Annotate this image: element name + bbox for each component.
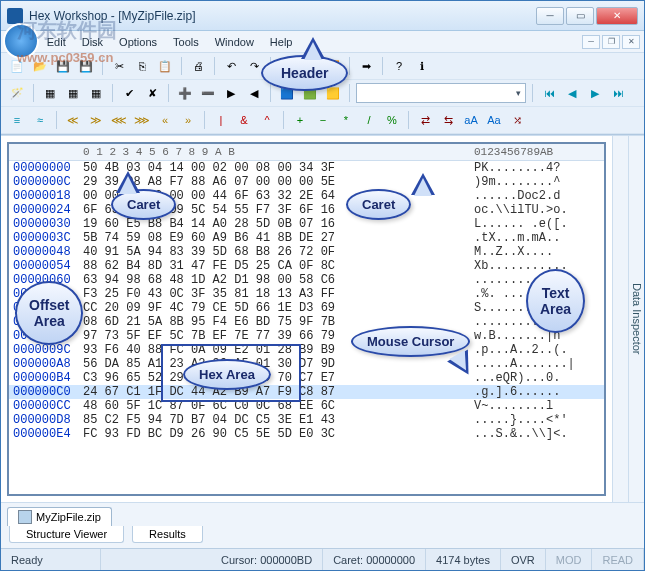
hex-row[interactable]: 000000A856 DA 85 A1 23 A2 96 A5 01 30 D7… xyxy=(9,357,604,371)
hex-row[interactable]: 0000009C93 F6 40 88 FC 0A 09 E2 01 28 B9… xyxy=(9,343,604,357)
hex-cell[interactable]: 56 DA 85 A1 23 A2 96 A5 01 30 D7 9D xyxy=(83,357,474,371)
hex-body[interactable]: 0000000050 4B 03 04 14 00 02 00 08 00 34… xyxy=(9,161,604,494)
ascii-cell[interactable]: ...eQR)...0. xyxy=(474,371,604,385)
wand-icon[interactable]: 🪄 xyxy=(7,83,27,103)
hex-cell[interactable]: 00 00 09 00 00 00 44 6F 63 32 2E 64 xyxy=(83,189,474,203)
op-approx[interactable]: ≈ xyxy=(30,110,50,130)
undo-icon[interactable]: ↶ xyxy=(221,56,241,76)
find-icon[interactable]: 🔍 xyxy=(277,56,297,76)
block-paste-icon[interactable]: ▦ xyxy=(63,83,83,103)
color-c-icon[interactable]: 🟨 xyxy=(323,83,343,103)
nav-next-icon[interactable]: ▶ xyxy=(585,83,605,103)
goto-icon[interactable]: ➡ xyxy=(356,56,376,76)
op-and[interactable]: & xyxy=(234,110,254,130)
ascii-cell[interactable]: oc.\\ilTU.>o. xyxy=(474,203,604,217)
op-shl[interactable]: ≪ xyxy=(63,110,83,130)
op-shr[interactable]: ≫ xyxy=(86,110,106,130)
menu-help[interactable]: Help xyxy=(262,33,301,51)
hex-cell[interactable]: 6F 63 ED 5C 09 5C 54 55 F7 3F 6F 16 xyxy=(83,203,474,217)
vertical-scrollbar[interactable] xyxy=(612,136,628,502)
hex-cell[interactable]: 5B 74 59 08 E9 60 A9 B6 41 8B DE 27 xyxy=(83,231,474,245)
tab-structure-viewer[interactable]: Structure Viewer xyxy=(9,526,124,543)
op-mul[interactable]: * xyxy=(336,110,356,130)
hex-row[interactable]: 000000C024 67 C1 1F DC 44 A2 B9 A7 F9 C8… xyxy=(9,385,604,399)
hex-cell[interactable]: 88 62 B4 8D 31 47 FE D5 25 CA 0F 8C xyxy=(83,259,474,273)
op-invert[interactable]: ⤮ xyxy=(507,110,527,130)
hex-cell[interactable]: 08 6D 21 5A 8B 95 F4 E6 BD 75 9F 7B xyxy=(83,315,474,329)
op-sub[interactable]: − xyxy=(313,110,333,130)
file-tab[interactable]: MyZipFile.zip xyxy=(7,507,112,526)
hex-cell[interactable]: 29 39 D8 A8 F7 88 A6 07 00 00 00 5E xyxy=(83,175,474,189)
hex-row[interactable]: 000000CC48 60 5F 1C 87 0F 6C C0 0C 68 EE… xyxy=(9,399,604,413)
replace-icon[interactable]: 🔁 xyxy=(323,56,343,76)
hex-cell[interactable]: F3 25 F0 43 0C 3F 35 81 18 13 A3 FF xyxy=(83,287,474,301)
hex-row[interactable]: 0000000C29 39 D8 A8 F7 88 A6 07 00 00 00… xyxy=(9,175,604,189)
prev-mark-icon[interactable]: ◀ xyxy=(244,83,264,103)
hex-cell[interactable]: 93 F6 40 88 FC 0A 09 E2 01 28 B9 B9 xyxy=(83,343,474,357)
copy-icon[interactable]: ⎘ xyxy=(132,56,152,76)
nav-prev-icon[interactable]: ◀ xyxy=(562,83,582,103)
ascii-cell[interactable]: .%. .......... xyxy=(474,287,604,301)
op-case-Aa[interactable]: Aa xyxy=(484,110,504,130)
op-rol[interactable]: ⋘ xyxy=(109,110,129,130)
findnext-icon[interactable]: 🔎 xyxy=(300,56,320,76)
ascii-cell[interactable]: M..Z..X.... xyxy=(474,245,604,259)
mdi-minimize[interactable]: ─ xyxy=(582,35,600,49)
op-or[interactable]: | xyxy=(211,110,231,130)
hex-cell[interactable]: 63 94 98 68 48 1D A2 D1 98 00 58 C6 xyxy=(83,273,474,287)
op-case-aA[interactable]: aA xyxy=(461,110,481,130)
hex-row[interactable]: 0000003019 60 E5 B8 B4 14 A0 28 5D 0B 07… xyxy=(9,217,604,231)
uncheck-icon[interactable]: ✘ xyxy=(142,83,162,103)
hex-row[interactable]: 0000009097 73 5F EF 5C 7B EF 7E 77 39 66… xyxy=(9,329,604,343)
hex-row[interactable]: 0000008408 6D 21 5A 8B 95 F4 E6 BD 75 9F… xyxy=(9,315,604,329)
hex-cell[interactable]: 19 60 E5 B8 B4 14 A0 28 5D 0B 07 16 xyxy=(83,217,474,231)
menu-options[interactable]: Options xyxy=(111,33,165,51)
ascii-cell[interactable]: .....}....<*' xyxy=(474,413,604,427)
hex-row[interactable]: 0000003C5B 74 59 08 E9 60 A9 B6 41 8B DE… xyxy=(9,231,604,245)
ascii-cell[interactable]: PK........4? xyxy=(474,161,604,175)
hex-cell[interactable]: 97 73 5F EF 5C 7B EF 7E 77 39 66 79 xyxy=(83,329,474,343)
hex-row[interactable]: 00000069F3 25 F0 43 0C 3F 35 81 18 13 A3… xyxy=(9,287,604,301)
op-mod[interactable]: % xyxy=(382,110,402,130)
hex-cell[interactable]: FC 93 FD BC D9 26 90 C5 5E 5D E0 3C xyxy=(83,427,474,441)
hex-row[interactable]: 0000006063 94 98 68 48 1D A2 D1 98 00 58… xyxy=(9,273,604,287)
ascii-cell[interactable]: L...... .e([. xyxy=(474,217,604,231)
saveall-icon[interactable]: 💾 xyxy=(76,56,96,76)
hex-row[interactable]: 000000E4FC 93 FD BC D9 26 90 C5 5E 5D E0… xyxy=(9,427,604,441)
nav-first-icon[interactable]: ⏮ xyxy=(539,83,559,103)
help-icon[interactable]: ? xyxy=(389,56,409,76)
op-blsr[interactable]: » xyxy=(178,110,198,130)
ascii-cell[interactable]: .p...A..2..(. xyxy=(474,343,604,357)
redo-icon[interactable]: ↷ xyxy=(244,56,264,76)
hex-cell[interactable]: 48 60 5F 1C 87 0F 6C C0 0C 68 EE 6C xyxy=(83,399,474,413)
hex-cell[interactable]: 50 4B 03 04 14 00 02 00 08 00 34 3F xyxy=(83,161,474,175)
tab-results[interactable]: Results xyxy=(132,526,203,543)
ascii-cell[interactable]: .....A.......| xyxy=(474,357,604,371)
menu-tools[interactable]: Tools xyxy=(165,33,207,51)
op-ror[interactable]: ⋙ xyxy=(132,110,152,130)
hex-editor[interactable]: 0 1 2 3 4 5 6 7 8 9 A B 0123456789AB 000… xyxy=(7,142,606,496)
paste-icon[interactable]: 📋 xyxy=(155,56,175,76)
op-xor[interactable]: ^ xyxy=(257,110,277,130)
hex-cell[interactable]: 24 67 C1 1F DC 44 A2 B9 A7 F9 C8 87 xyxy=(83,385,474,399)
op-equals[interactable]: ≡ xyxy=(7,110,27,130)
ascii-cell[interactable]: .tX...m.mA.. xyxy=(474,231,604,245)
menu-edit[interactable]: Edit xyxy=(39,33,74,51)
ascii-cell[interactable]: w.B.......|n xyxy=(474,329,604,343)
titlebar[interactable]: Hex Workshop - [MyZipFile.zip] ─ ▭ ✕ xyxy=(1,1,644,31)
structure-combo[interactable] xyxy=(356,83,526,103)
hex-row[interactable]: 000000B4C3 96 65 52 29 E1 A5 01 3D 70 C7… xyxy=(9,371,604,385)
hex-row[interactable]: 0000000050 4B 03 04 14 00 02 00 08 00 34… xyxy=(9,161,604,175)
nav-last-icon[interactable]: ⏭ xyxy=(608,83,628,103)
hex-cell[interactable]: C3 96 65 52 29 E1 A5 01 3D 70 C7 E7 xyxy=(83,371,474,385)
color-b-icon[interactable]: 🟩 xyxy=(300,83,320,103)
data-inspector-tab[interactable]: Data Inspector xyxy=(628,136,644,502)
hex-row[interactable]: 000000D885 C2 F5 94 7D B7 04 DC C5 3E E1… xyxy=(9,413,604,427)
check-icon[interactable]: ✔ xyxy=(119,83,139,103)
next-mark-icon[interactable]: ▶ xyxy=(221,83,241,103)
ascii-cell[interactable]: S........... xyxy=(474,301,604,315)
mdi-restore[interactable]: ❐ xyxy=(602,35,620,49)
ascii-cell[interactable]: .g.].6...... xyxy=(474,385,604,399)
mdi-close[interactable]: ✕ xyxy=(622,35,640,49)
op-swap1[interactable]: ⇄ xyxy=(415,110,435,130)
